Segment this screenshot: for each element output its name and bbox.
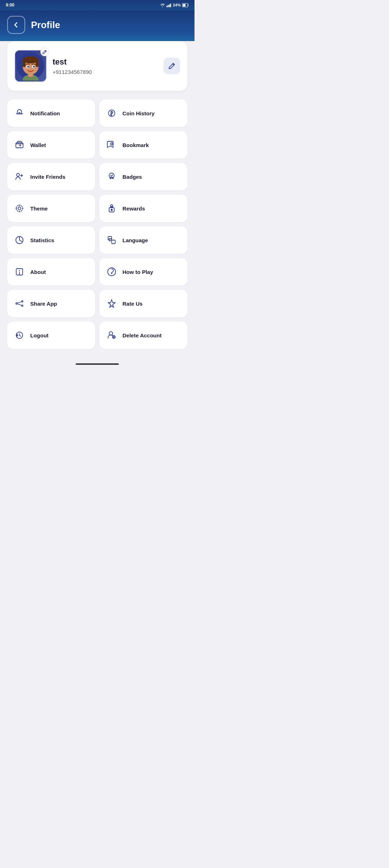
svg-rect-5 (183, 4, 185, 6)
delete-icon (105, 329, 118, 342)
svg-point-23 (17, 173, 19, 176)
rateus-icon (105, 297, 118, 310)
profile-name: test (53, 57, 158, 67)
menu-item-how-to-play[interactable]: How to Play (99, 258, 187, 285)
menu-label-notification: Notification (30, 110, 60, 116)
svg-point-30 (22, 208, 23, 209)
bell-icon (13, 107, 26, 120)
menu-label-wallet: Wallet (30, 142, 46, 148)
menu-label-delete-account: Delete Account (122, 332, 162, 338)
menu-item-notification[interactable]: Notification (7, 99, 95, 127)
logout-icon (13, 329, 26, 342)
svg-rect-11 (23, 60, 26, 67)
profile-phone: +911234567890 (53, 69, 158, 75)
svg-rect-33 (108, 236, 112, 240)
svg-point-18 (34, 69, 37, 71)
menu-item-badges[interactable]: Badges (99, 163, 187, 190)
content-area: test +911234567890 Notification Coin His… (0, 41, 194, 360)
coin-icon (105, 107, 118, 120)
menu-item-delete-account[interactable]: Delete Account (99, 322, 187, 349)
menu-label-theme: Theme (30, 205, 48, 212)
rewards-icon (105, 202, 118, 215)
edit-profile-button[interactable] (164, 58, 180, 74)
menu-label-language: Language (122, 237, 148, 243)
menu-label-about: About (30, 269, 46, 275)
share-icon (13, 297, 26, 310)
menu-label-coin-history: Coin History (122, 110, 155, 116)
menu-item-invite-friends[interactable]: Invite Friends (7, 163, 95, 190)
menu-label-bookmark: Bookmark (122, 142, 149, 148)
menu-item-logout[interactable]: Logout (7, 322, 95, 349)
menu-item-theme[interactable]: Theme (7, 195, 95, 222)
menu-grid: Notification Coin History Wallet Bookmar… (7, 99, 187, 349)
status-bar: 9:00 24% (0, 0, 194, 10)
svg-point-16 (33, 66, 35, 68)
svg-point-15 (27, 66, 29, 68)
menu-item-about[interactable]: About (7, 258, 95, 285)
statistics-icon (13, 234, 26, 247)
svg-point-29 (16, 208, 17, 209)
menu-item-statistics[interactable]: Statistics (7, 226, 95, 254)
profile-info: test +911234567890 (53, 57, 158, 75)
svg-rect-34 (112, 240, 115, 244)
menu-item-rate-us[interactable]: Rate Us (99, 290, 187, 317)
menu-item-coin-history[interactable]: Coin History (99, 99, 187, 127)
svg-point-17 (24, 69, 27, 71)
menu-label-logout: Logout (30, 332, 49, 338)
avatar-container (14, 50, 47, 82)
invite-icon (13, 170, 26, 183)
menu-label-badges: Badges (122, 174, 142, 180)
status-time: 9:00 (6, 3, 14, 8)
menu-item-wallet[interactable]: Wallet (7, 131, 95, 159)
wallet-icon (13, 138, 26, 151)
menu-label-invite-friends: Invite Friends (30, 174, 66, 180)
svg-rect-3 (170, 4, 171, 7)
svg-rect-1 (167, 5, 169, 7)
home-indicator (0, 360, 194, 368)
avatar-edit-badge[interactable] (40, 48, 49, 56)
svg-point-25 (18, 207, 21, 210)
bookmark-icon (105, 138, 118, 151)
battery-text: 24% (173, 3, 181, 7)
page-title: Profile (31, 19, 60, 31)
badge-icon (105, 170, 118, 183)
svg-point-26 (16, 205, 23, 212)
menu-label-rewards: Rewards (122, 205, 145, 212)
svg-point-28 (19, 211, 20, 212)
svg-rect-2 (169, 4, 170, 7)
svg-rect-12 (36, 60, 39, 67)
svg-point-27 (19, 205, 20, 206)
language-icon (105, 234, 118, 247)
back-button[interactable] (7, 16, 25, 34)
theme-icon (13, 202, 26, 215)
status-icons: 24% (160, 3, 189, 7)
menu-item-share-app[interactable]: Share App (7, 290, 95, 317)
svg-rect-0 (166, 6, 167, 7)
menu-label-rate-us: Rate Us (122, 301, 143, 307)
menu-label-how-to-play: How to Play (122, 269, 153, 275)
profile-card: test +911234567890 (7, 41, 187, 91)
menu-item-bookmark[interactable]: Bookmark (99, 131, 187, 159)
howtoplay-icon (105, 265, 118, 278)
menu-item-language[interactable]: Language (99, 226, 187, 254)
menu-label-statistics: Statistics (30, 237, 54, 243)
about-icon (13, 265, 26, 278)
menu-item-rewards[interactable]: Rewards (99, 195, 187, 222)
menu-label-share-app: Share App (30, 301, 57, 307)
home-bar (76, 363, 119, 365)
